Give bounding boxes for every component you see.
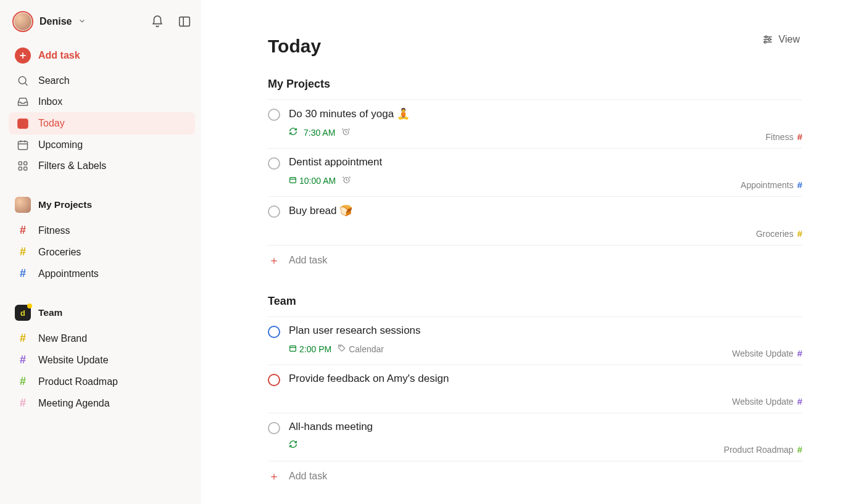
recur-meta [289, 440, 297, 450]
task-checkbox[interactable] [268, 326, 280, 338]
project-name: Product Roadmap [724, 445, 794, 455]
project-name: Website Update [732, 397, 793, 407]
user-menu[interactable]: Denise [12, 11, 86, 32]
bell-icon [151, 15, 164, 28]
svg-point-19 [768, 38, 770, 40]
my-projects-header[interactable]: My Projects [9, 192, 195, 217]
task-body: Do 30 minutes of yoga 🧘7:30 AMFitness# [289, 107, 802, 142]
page-title: Today [268, 36, 802, 57]
svg-rect-12 [19, 162, 22, 165]
sliders-icon [762, 33, 774, 46]
task-title: All-hands meeting [289, 421, 373, 433]
nav-item-search[interactable]: Search [9, 70, 195, 91]
project-name: Website Update [732, 349, 793, 358]
upcoming-icon [15, 139, 31, 151]
meta-text: Calendar [349, 344, 384, 354]
nav-label: Search [38, 75, 70, 86]
project-name: Fitness [766, 132, 794, 142]
project-label: Website Update [38, 355, 109, 366]
recur-icon [289, 127, 297, 138]
add-task-label: Add task [38, 50, 80, 61]
task-project-link[interactable]: Product Roadmap# [724, 444, 802, 455]
my-project-item[interactable]: #Fitness [9, 220, 195, 241]
task-checkbox[interactable] [268, 157, 280, 170]
nav-item-filters[interactable]: Filters & Labels [9, 155, 195, 176]
time-meta: 7:30 AM [304, 128, 335, 138]
task-project-link[interactable]: Fitness# [766, 131, 802, 142]
project-name: Groceries [756, 229, 794, 239]
hash-icon: # [15, 353, 31, 366]
meta-text: 2:00 PM [299, 344, 331, 354]
alarm-icon [342, 175, 351, 186]
section-add-task-button[interactable]: ＋Add task [268, 245, 802, 275]
task-checkbox[interactable] [268, 205, 280, 218]
svg-line-26 [349, 128, 350, 130]
hash-icon: # [15, 224, 31, 237]
task-row[interactable]: Dentist appointment10:00 AMAppointments# [268, 148, 802, 196]
add-task-button[interactable]: Add task [9, 43, 195, 68]
task-checkbox[interactable] [268, 422, 280, 434]
nav-item-upcoming[interactable]: Upcoming [9, 134, 195, 155]
notifications-button[interactable] [151, 15, 164, 28]
label-meta: Calendar [338, 344, 384, 354]
section-add-task-button[interactable]: ＋Add task [268, 461, 802, 491]
recur-meta [289, 127, 297, 138]
task-title: Buy bread 🍞 [289, 204, 352, 217]
task-meta: 7:30 AM [289, 127, 351, 138]
task-checkbox[interactable] [268, 374, 280, 386]
avatar-ring [12, 11, 33, 32]
hash-icon: # [797, 444, 802, 455]
team-title: Team [38, 307, 62, 318]
label-icon [338, 344, 346, 354]
task-row[interactable]: Plan user research sessions2:00 PMCalend… [268, 316, 802, 365]
team-avatar: d [15, 305, 31, 321]
task-meta: 10:00 AM [289, 175, 351, 186]
alarm-icon [341, 127, 351, 138]
my-project-item[interactable]: #Groceries [9, 241, 195, 263]
svg-point-4 [19, 76, 26, 84]
main-content: View Today My ProjectsDo 30 minutes of y… [201, 0, 864, 504]
my-projects-title: My Projects [38, 199, 92, 210]
date-meta: 10:00 AM [289, 176, 336, 186]
team-project-item[interactable]: #New Brand [9, 328, 195, 349]
meta-text: 10:00 AM [299, 176, 336, 186]
team-project-item[interactable]: #Meeting Agenda [9, 392, 195, 414]
hash-icon: # [797, 228, 802, 239]
team-header[interactable]: d Team [9, 300, 195, 325]
task-project-link[interactable]: Groceries# [756, 228, 802, 239]
my-project-item[interactable]: #Appointments [9, 263, 195, 284]
toggle-sidebar-button[interactable] [178, 15, 191, 28]
user-avatar [14, 13, 31, 30]
task-row[interactable]: Provide feedback on Amy's designWebsite … [268, 365, 802, 413]
section-title: My Projects [268, 78, 802, 96]
task-checkbox[interactable] [268, 109, 280, 121]
team-project-item[interactable]: #Product Roadmap [9, 371, 195, 392]
hash-icon: # [15, 397, 31, 410]
task-body: Provide feedback on Amy's designWebsite … [289, 373, 802, 407]
date-icon [289, 344, 297, 354]
task-project-link[interactable]: Appointments# [741, 180, 802, 190]
nav-item-inbox[interactable]: Inbox [9, 91, 195, 112]
task-body: Plan user research sessions2:00 PMCalend… [289, 324, 802, 358]
task-row[interactable]: Do 30 minutes of yoga 🧘7:30 AMFitness# [268, 99, 802, 148]
svg-line-31 [347, 180, 348, 181]
task-title: Plan user research sessions [289, 324, 421, 337]
task-row[interactable]: Buy bread 🍞Groceries# [268, 196, 802, 245]
task-project-link[interactable]: Website Update# [732, 396, 802, 407]
hash-icon: # [797, 131, 802, 142]
team-project-item[interactable]: #Website Update [9, 349, 195, 371]
task-project-link[interactable]: Website Update# [732, 348, 802, 358]
svg-rect-14 [19, 167, 22, 170]
view-button[interactable]: View [762, 33, 800, 46]
svg-line-5 [25, 83, 28, 86]
svg-rect-15 [24, 167, 27, 170]
hash-icon: # [15, 246, 31, 258]
recur-icon [289, 440, 297, 450]
add-task-label: Add task [289, 471, 327, 482]
task-meta [289, 440, 297, 450]
hash-icon: # [15, 332, 31, 345]
alarm-meta [342, 175, 351, 186]
task-row[interactable]: All-hands meetingProduct Roadmap# [268, 413, 802, 461]
nav-item-today[interactable]: 21Today [9, 112, 195, 134]
svg-line-24 [346, 132, 347, 133]
